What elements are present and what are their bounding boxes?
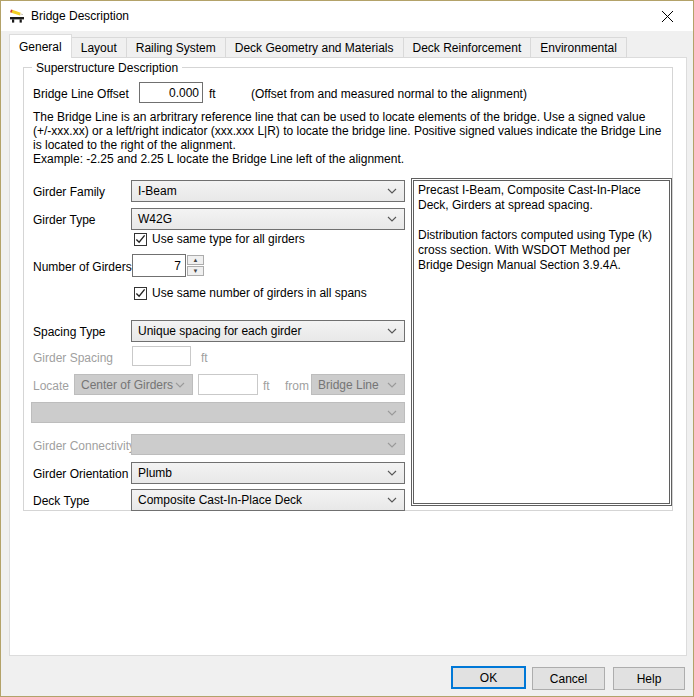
locate-reference-select: Bridge Line [311, 374, 405, 395]
girder-orientation-label: Girder Orientation [33, 467, 128, 481]
chevron-down-icon [387, 382, 397, 388]
number-of-girders-label: Number of Girders [33, 260, 132, 274]
girder-family-label: Girder Family [33, 185, 105, 199]
tab-layout[interactable]: Layout [71, 37, 127, 58]
locate-from-label: from [285, 379, 309, 393]
bridge-line-offset-label: Bridge Line Offset [33, 87, 129, 101]
summary-paragraph-1: Precast I-Beam, Composite Cast-In-Place … [418, 183, 665, 213]
girder-spacing-unit: ft [201, 351, 208, 365]
deck-type-value: Composite Cast-In-Place Deck [138, 493, 302, 507]
use-same-type-checkbox[interactable]: Use same type for all girders [134, 232, 305, 246]
tab-label: Deck Geometry and Materials [235, 41, 394, 55]
chevron-down-icon [175, 382, 185, 388]
tab-railing-system[interactable]: Railing System [126, 37, 226, 58]
chevron-down-icon [387, 410, 397, 416]
spacing-type-value: Unique spacing for each girder [138, 324, 301, 338]
girder-type-label: Girder Type [33, 213, 95, 227]
locate-reference-value: Bridge Line [318, 378, 379, 392]
window-title: Bridge Description [31, 9, 129, 23]
title-bar: Bridge Description [1, 1, 693, 31]
spin-down-button[interactable]: ▼ [187, 266, 204, 276]
bridge-line-paragraph: The Bridge Line is an arbritrary referen… [33, 110, 665, 152]
spacing-type-label: Spacing Type [33, 325, 106, 339]
tab-label: Environmental [540, 41, 617, 55]
locate-anchor-value: Center of Girders [81, 378, 173, 392]
girder-family-select[interactable]: I-Beam [131, 180, 405, 202]
spin-down-icon: ▼ [193, 268, 199, 274]
number-of-girders-input[interactable]: 7 [132, 254, 186, 277]
spacing-detail-select [31, 402, 405, 423]
locate-offset-input [198, 374, 258, 395]
close-button[interactable] [647, 1, 687, 31]
girder-spacing-label: Girder Spacing [33, 351, 113, 365]
checkmark-icon [135, 288, 146, 299]
tab-label: Deck Reinforcement [413, 41, 522, 55]
tab-deck-geometry-and-materials[interactable]: Deck Geometry and Materials [225, 37, 404, 58]
bridge-line-description-text: The Bridge Line is an arbritrary referen… [33, 110, 665, 166]
app-bridge-icon [9, 8, 25, 24]
bridge-line-offset-unit: ft [209, 87, 216, 101]
chevron-down-icon [387, 188, 397, 194]
chevron-down-icon [387, 328, 397, 334]
tab-deck-reinforcement[interactable]: Deck Reinforcement [403, 37, 532, 58]
help-button[interactable]: Help [613, 667, 685, 690]
use-same-number-checkbox[interactable]: Use same number of girders in all spans [134, 286, 367, 300]
number-of-girders-spinner: ▲ ▼ [187, 255, 204, 276]
close-icon [661, 10, 674, 23]
spacing-type-select[interactable]: Unique spacing for each girder [131, 320, 405, 342]
bridge-line-offset-note: (Offset from and measured normal to the … [251, 87, 527, 101]
checkmark-icon [135, 234, 146, 245]
girder-spacing-input [132, 346, 191, 366]
locate-label: Locate [33, 379, 69, 393]
use-same-type-label: Use same type for all girders [152, 232, 305, 246]
girder-family-value: I-Beam [138, 184, 177, 198]
spin-up-icon: ▲ [193, 257, 199, 263]
girder-type-value: W42G [138, 212, 172, 226]
girder-connectivity-select [131, 434, 405, 455]
summary-paragraph-2: Distribution factors computed using Type… [418, 228, 665, 273]
tab-environmental[interactable]: Environmental [530, 37, 627, 58]
bridge-line-offset-input[interactable]: 0.000 [139, 82, 203, 103]
locate-anchor-select: Center of Girders [74, 374, 193, 395]
checkbox-box [134, 287, 147, 300]
groupbox-title: Superstructure Description [32, 61, 182, 75]
ok-button[interactable]: OK [451, 666, 526, 689]
girder-orientation-select[interactable]: Plumb [131, 462, 405, 484]
checkbox-box [134, 233, 147, 246]
bridge-line-example: Example: -2.25 and 2.25 L locate the Bri… [33, 152, 665, 166]
chevron-down-icon [387, 470, 397, 476]
deck-type-label: Deck Type [33, 494, 89, 508]
chevron-down-icon [387, 442, 397, 448]
girder-connectivity-label: Girder Connectivity [33, 439, 135, 453]
chevron-down-icon [387, 216, 397, 222]
tab-bar: General Layout Railing System Deck Geome… [9, 34, 626, 58]
cancel-button[interactable]: Cancel [532, 667, 605, 690]
tab-label: General [19, 40, 62, 54]
tab-general[interactable]: General [9, 34, 72, 58]
bridge-summary-panel: Precast I-Beam, Composite Cast-In-Place … [411, 178, 672, 506]
use-same-number-label: Use same number of girders in all spans [152, 286, 367, 300]
bridge-description-dialog: Bridge Description General Layout Railin… [0, 0, 694, 697]
girder-type-select[interactable]: W42G [131, 208, 405, 230]
tab-label: Railing System [136, 41, 216, 55]
spin-up-button[interactable]: ▲ [187, 255, 204, 265]
tab-label: Layout [81, 41, 117, 55]
locate-unit: ft [263, 379, 270, 393]
girder-orientation-value: Plumb [138, 466, 172, 480]
chevron-down-icon [387, 497, 397, 503]
deck-type-select[interactable]: Composite Cast-In-Place Deck [131, 489, 405, 511]
